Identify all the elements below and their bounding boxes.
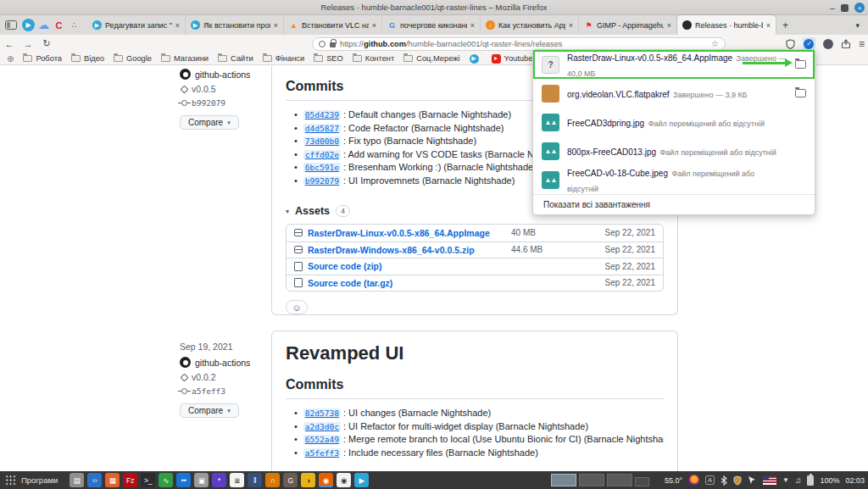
red-cluster-pinned-tab[interactable]: ∴ — [68, 19, 81, 31]
green-wave-app-icon[interactable]: ∿ — [159, 473, 173, 487]
github-actions-avatar[interactable] — [180, 69, 191, 80]
asset-download-link[interactable]: RasterDraw-Linux-v0.0.5-x86_64.AppImage — [308, 228, 511, 238]
downloads-button[interactable]: ✓ — [803, 37, 815, 50]
bookmark-star-icon[interactable]: ☆ — [711, 39, 719, 48]
software-boutique-icon[interactable]: ▣ — [194, 473, 209, 487]
window-titlebar[interactable]: Releases · humble-barnacle001/qt-raster-… — [0, 0, 868, 15]
bookmark-folder[interactable]: Google — [114, 54, 152, 63]
github-actions-avatar[interactable] — [180, 357, 191, 368]
asset-download-link[interactable]: Source code (tar.gz) — [308, 278, 511, 288]
release2-commit-sha[interactable]: a5feff3 — [192, 386, 225, 396]
close-button[interactable]: × — [854, 3, 865, 13]
tab-install-vlc[interactable]: ▲ Встановити VLC на Linux | × — [284, 15, 382, 35]
bluetooth-icon[interactable] — [721, 475, 727, 486]
tab-gimp-appimagehub[interactable]: ⚑ GIMP - Appimagehub.com × — [579, 15, 677, 35]
tab-close-icon[interactable]: × — [766, 21, 771, 30]
battery-icon[interactable] — [807, 475, 814, 486]
media-levels-app-icon[interactable]: ‖ — [248, 473, 262, 487]
assets-disclosure-caret-icon[interactable]: ▾ — [286, 208, 289, 215]
add-reaction-button[interactable]: ☺ — [286, 300, 308, 314]
gimp-icon[interactable]: G — [283, 473, 298, 487]
headphones-app-icon[interactable]: ∩ — [265, 473, 280, 487]
back-button[interactable]: ← — [0, 39, 19, 49]
forward-button[interactable]: → — [19, 39, 37, 49]
network-triangle-icon[interactable]: ▼ — [782, 476, 789, 484]
download-item[interactable]: ▲▲ FreeCAD3dpring.jpg Файл переміщений а… — [533, 108, 815, 136]
commit-hash-link[interactable]: 82d5738 — [303, 408, 341, 418]
open-containing-folder-icon[interactable] — [795, 89, 806, 97]
maximize-button[interactable] — [841, 4, 849, 12]
release2-compare-button[interactable]: Compare ▾ — [180, 403, 239, 418]
new-tab-button[interactable]: + — [776, 19, 795, 31]
bookmark-folder[interactable]: Робота — [23, 54, 62, 63]
document-app-icon[interactable]: ≣ — [230, 473, 244, 487]
campfire-pinned-tab[interactable]: C — [53, 19, 65, 31]
volume-music-note-icon[interactable]: ♫ — [795, 475, 802, 485]
asset-download-link[interactable]: Source code (zip) — [308, 261, 511, 271]
open-containing-folder-icon[interactable] — [795, 60, 806, 69]
shield-icon[interactable] — [786, 39, 795, 49]
commit-hash-link[interactable]: cffd02e — [303, 150, 341, 159]
hamburger-menu-icon[interactable]: ≡ — [859, 38, 865, 50]
release1-compare-button[interactable]: Compare ▾ — [180, 115, 239, 130]
download-item[interactable]: ▲▲ 800px-FreeCAD013.jpg Файл переміщений… — [533, 136, 815, 165]
palette-app-icon[interactable]: ◑ — [301, 473, 315, 487]
account-avatar[interactable] — [823, 39, 833, 49]
cloud-pinned-tab[interactable]: ☁ — [37, 19, 50, 31]
download-item[interactable]: org.videolan.VLC.flatpakref Завершено — … — [533, 79, 815, 108]
bookmark-folder[interactable]: Сайти — [218, 54, 253, 63]
tab-close-icon[interactable]: × — [274, 21, 278, 30]
clock[interactable]: 02:03 — [845, 476, 865, 485]
commit-hash-link[interactable]: 6552a49 — [303, 435, 341, 444]
workspace[interactable] — [607, 474, 632, 486]
release1-tag[interactable]: v0.0.5 — [192, 84, 216, 94]
url-text[interactable]: https://github.com/humble-barnacle001/qt… — [340, 40, 707, 48]
applications-menu-grid-icon[interactable] — [5, 475, 16, 486]
commit-hash-link[interactable]: 05d4239 — [303, 110, 341, 119]
shield-applet-icon[interactable] — [733, 475, 742, 486]
telegram-bookmark[interactable]: ▶ — [470, 54, 482, 64]
filezilla-icon[interactable]: Fz — [123, 473, 137, 487]
youtube-bookmark[interactable]: Youtube — [492, 54, 533, 64]
orange-tiles-app-icon[interactable]: ▦ — [105, 473, 120, 487]
weather-flame-icon[interactable] — [688, 475, 699, 486]
tab-install-appimage[interactable]: ↓ Как установить AppImage × — [481, 15, 579, 35]
download-item[interactable]: ? RasterDraw-Linux-v0.0.5-x86_64.AppImag… — [533, 50, 815, 79]
terminal-icon[interactable]: >_ — [141, 473, 155, 487]
blue-dots-app-icon[interactable]: •• — [176, 473, 191, 487]
list-all-tabs-button[interactable]: ▾ — [847, 21, 868, 30]
release1-commit-sha[interactable]: b992079 — [192, 98, 225, 108]
commit-hash-link[interactable]: a2d3d0c — [303, 422, 341, 431]
applications-menu-label[interactable]: Програми — [21, 475, 58, 485]
telegram-pinned-tab[interactable]: ▶ — [22, 19, 35, 31]
release1-author[interactable]: github-actions — [195, 69, 250, 80]
firefox-view-icon[interactable] — [5, 20, 17, 30]
download-item[interactable]: ▲▲ FreeCAD-v0-18-Cube.jpeg Файл переміще… — [533, 165, 815, 194]
tab-close-icon[interactable]: × — [372, 21, 376, 30]
tab-github-releases[interactable]: Releases · humble-barnacle × — [677, 15, 776, 35]
vscode-icon[interactable]: ‹› — [87, 473, 102, 487]
commit-hash-link[interactable]: b992079 — [303, 176, 341, 186]
temperature-applet[interactable]: 55.0° — [665, 476, 682, 485]
commit-hash-link[interactable]: d4d5827 — [303, 124, 341, 133]
bookmark-folder[interactable]: Соц.Мережі — [403, 54, 459, 63]
tab-close-icon[interactable]: × — [175, 21, 180, 30]
firefox-icon[interactable]: ◉ — [319, 473, 333, 487]
extension-share-icon[interactable] — [841, 39, 851, 49]
release2-author[interactable]: github-actions — [195, 358, 250, 368]
tab-google-search[interactable]: G почергове киконання кон × — [382, 15, 481, 35]
bookmark-folder[interactable]: SEO — [314, 54, 343, 63]
bookmark-folder[interactable]: Контент — [353, 54, 394, 63]
reload-button[interactable]: ↻ — [37, 38, 56, 49]
archive-manager-icon[interactable]: ▤ — [70, 473, 84, 487]
telegram-desktop-icon[interactable]: ▶ — [354, 473, 369, 487]
bookmark-folder[interactable]: Магазини — [161, 54, 209, 63]
globe-icon[interactable]: ⊕ — [7, 54, 14, 64]
show-all-downloads-link[interactable]: Показати всі завантаження — [533, 194, 815, 214]
workspace[interactable] — [635, 477, 649, 486]
commit-hash-link[interactable]: 6bc591e — [303, 163, 341, 172]
tab-close-icon[interactable]: × — [470, 21, 475, 30]
tab-how-to-install-programs[interactable]: ▶ Як встановити програми × — [186, 15, 284, 35]
workspace[interactable] — [579, 474, 604, 486]
commit-hash-link[interactable]: a5feff3 — [303, 448, 341, 458]
